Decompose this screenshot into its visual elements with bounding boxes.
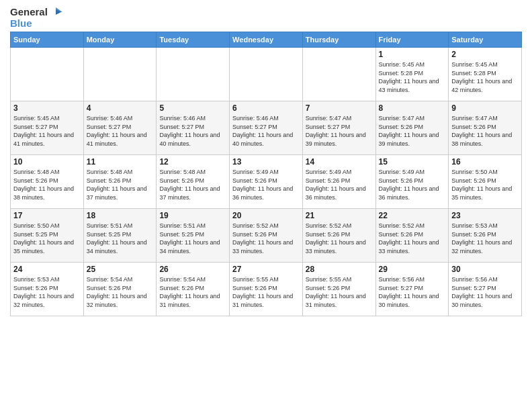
logo-bird-icon	[49, 7, 62, 17]
day-number: 26	[159, 265, 226, 274]
day-number: 16	[451, 157, 519, 167]
calendar-cell: 1Sunrise: 5:45 AM Sunset: 5:28 PM Daylig…	[375, 48, 449, 101]
day-number: 25	[87, 265, 154, 274]
day-info: Sunrise: 5:55 AM Sunset: 5:26 PM Dayligh…	[232, 275, 300, 309]
calendar-cell: 10Sunrise: 5:48 AM Sunset: 5:26 PM Dayli…	[11, 155, 84, 209]
day-info: Sunrise: 5:46 AM Sunset: 5:27 PM Dayligh…	[232, 114, 300, 148]
day-info: Sunrise: 5:46 AM Sunset: 5:27 PM Dayligh…	[87, 114, 154, 148]
day-number: 22	[379, 211, 446, 220]
calendar-cell: 3Sunrise: 5:45 AM Sunset: 5:27 PM Daylig…	[11, 101, 84, 155]
calendar-cell: 30Sunrise: 5:56 AM Sunset: 5:27 PM Dayli…	[449, 263, 522, 316]
day-header-friday: Friday	[375, 32, 449, 48]
calendar-cell: 4Sunrise: 5:46 AM Sunset: 5:27 PM Daylig…	[83, 101, 157, 155]
calendar-cell: 18Sunrise: 5:51 AM Sunset: 5:25 PM Dayli…	[83, 209, 157, 263]
day-info: Sunrise: 5:48 AM Sunset: 5:26 PM Dayligh…	[87, 168, 154, 201]
day-number: 8	[379, 103, 446, 113]
day-number: 20	[232, 211, 300, 220]
day-number: 9	[451, 103, 519, 113]
day-info: Sunrise: 5:51 AM Sunset: 5:25 PM Dayligh…	[87, 222, 154, 255]
calendar-cell: 19Sunrise: 5:51 AM Sunset: 5:25 PM Dayli…	[157, 209, 230, 263]
calendar-cell: 16Sunrise: 5:50 AM Sunset: 5:26 PM Dayli…	[449, 155, 522, 209]
calendar-week-row: 17Sunrise: 5:50 AM Sunset: 5:25 PM Dayli…	[11, 209, 522, 263]
day-number: 13	[232, 157, 300, 167]
day-info: Sunrise: 5:45 AM Sunset: 5:28 PM Dayligh…	[379, 60, 446, 94]
day-number: 24	[13, 265, 81, 274]
calendar-cell	[157, 48, 230, 101]
calendar-cell: 13Sunrise: 5:49 AM Sunset: 5:26 PM Dayli…	[230, 155, 303, 209]
day-info: Sunrise: 5:47 AM Sunset: 5:26 PM Dayligh…	[379, 114, 446, 148]
calendar-cell: 5Sunrise: 5:46 AM Sunset: 5:27 PM Daylig…	[157, 101, 230, 155]
day-number: 21	[306, 211, 373, 220]
calendar-body: 1Sunrise: 5:45 AM Sunset: 5:28 PM Daylig…	[11, 48, 522, 316]
day-info: Sunrise: 5:47 AM Sunset: 5:26 PM Dayligh…	[451, 114, 519, 148]
day-header-monday: Monday	[83, 32, 157, 48]
day-header-thursday: Thursday	[302, 32, 375, 48]
day-info: Sunrise: 5:49 AM Sunset: 5:26 PM Dayligh…	[379, 168, 446, 201]
day-info: Sunrise: 5:54 AM Sunset: 5:26 PM Dayligh…	[159, 275, 226, 309]
day-header-saturday: Saturday	[449, 32, 522, 48]
calendar-week-row: 24Sunrise: 5:53 AM Sunset: 5:26 PM Dayli…	[11, 263, 522, 316]
calendar-week-row: 10Sunrise: 5:48 AM Sunset: 5:26 PM Dayli…	[11, 155, 522, 209]
day-info: Sunrise: 5:53 AM Sunset: 5:26 PM Dayligh…	[13, 275, 81, 309]
day-number: 19	[159, 211, 226, 220]
day-number: 2	[451, 50, 519, 59]
calendar-cell: 23Sunrise: 5:53 AM Sunset: 5:26 PM Dayli…	[449, 209, 522, 263]
calendar-table: SundayMondayTuesdayWednesdayThursdayFrid…	[10, 32, 522, 316]
day-number: 4	[87, 103, 154, 113]
calendar-cell: 24Sunrise: 5:53 AM Sunset: 5:26 PM Dayli…	[11, 263, 84, 316]
day-number: 29	[379, 265, 446, 274]
calendar-week-row: 1Sunrise: 5:45 AM Sunset: 5:28 PM Daylig…	[11, 48, 522, 101]
calendar-cell: 25Sunrise: 5:54 AM Sunset: 5:26 PM Dayli…	[83, 263, 157, 316]
day-number: 10	[13, 157, 81, 167]
day-header-tuesday: Tuesday	[157, 32, 230, 48]
calendar-cell: 29Sunrise: 5:56 AM Sunset: 5:27 PM Dayli…	[375, 263, 449, 316]
day-number: 1	[379, 50, 446, 59]
day-info: Sunrise: 5:45 AM Sunset: 5:28 PM Dayligh…	[451, 60, 519, 94]
day-header-sunday: Sunday	[11, 32, 84, 48]
calendar-cell: 6Sunrise: 5:46 AM Sunset: 5:27 PM Daylig…	[230, 101, 303, 155]
calendar-cell: 26Sunrise: 5:54 AM Sunset: 5:26 PM Dayli…	[157, 263, 230, 316]
day-info: Sunrise: 5:56 AM Sunset: 5:27 PM Dayligh…	[379, 275, 446, 309]
calendar-cell	[302, 48, 375, 101]
calendar-cell: 9Sunrise: 5:47 AM Sunset: 5:26 PM Daylig…	[449, 101, 522, 155]
day-info: Sunrise: 5:50 AM Sunset: 5:26 PM Dayligh…	[451, 168, 519, 201]
day-number: 12	[159, 157, 226, 167]
day-number: 17	[13, 211, 81, 220]
calendar-week-row: 3Sunrise: 5:45 AM Sunset: 5:27 PM Daylig…	[11, 101, 522, 155]
calendar-cell: 17Sunrise: 5:50 AM Sunset: 5:25 PM Dayli…	[11, 209, 84, 263]
calendar-header-row: SundayMondayTuesdayWednesdayThursdayFrid…	[11, 32, 522, 48]
day-info: Sunrise: 5:50 AM Sunset: 5:25 PM Dayligh…	[13, 222, 81, 255]
calendar-cell: 28Sunrise: 5:55 AM Sunset: 5:26 PM Dayli…	[302, 263, 375, 316]
day-info: Sunrise: 5:53 AM Sunset: 5:26 PM Dayligh…	[451, 222, 519, 255]
day-number: 15	[379, 157, 446, 167]
day-header-wednesday: Wednesday	[230, 32, 303, 48]
calendar-cell	[230, 48, 303, 101]
calendar-cell: 15Sunrise: 5:49 AM Sunset: 5:26 PM Dayli…	[375, 155, 449, 209]
day-info: Sunrise: 5:55 AM Sunset: 5:26 PM Dayligh…	[306, 275, 373, 309]
calendar-cell: 7Sunrise: 5:47 AM Sunset: 5:27 PM Daylig…	[302, 101, 375, 155]
calendar-cell: 20Sunrise: 5:52 AM Sunset: 5:26 PM Dayli…	[230, 209, 303, 263]
day-info: Sunrise: 5:51 AM Sunset: 5:25 PM Dayligh…	[159, 222, 226, 255]
day-info: Sunrise: 5:52 AM Sunset: 5:26 PM Dayligh…	[379, 222, 446, 255]
day-number: 23	[451, 211, 519, 220]
day-number: 11	[87, 157, 154, 167]
day-info: Sunrise: 5:48 AM Sunset: 5:26 PM Dayligh…	[13, 168, 81, 201]
calendar-cell: 14Sunrise: 5:49 AM Sunset: 5:26 PM Dayli…	[302, 155, 375, 209]
day-number: 28	[306, 265, 373, 274]
day-number: 6	[232, 103, 300, 113]
day-info: Sunrise: 5:49 AM Sunset: 5:26 PM Dayligh…	[232, 168, 300, 201]
logo: General Blue	[10, 7, 62, 29]
day-info: Sunrise: 5:52 AM Sunset: 5:26 PM Dayligh…	[306, 222, 373, 255]
day-info: Sunrise: 5:52 AM Sunset: 5:26 PM Dayligh…	[232, 222, 300, 255]
day-info: Sunrise: 5:48 AM Sunset: 5:26 PM Dayligh…	[159, 168, 226, 201]
day-info: Sunrise: 5:46 AM Sunset: 5:27 PM Dayligh…	[159, 114, 226, 148]
calendar-cell: 21Sunrise: 5:52 AM Sunset: 5:26 PM Dayli…	[302, 209, 375, 263]
calendar-cell: 2Sunrise: 5:45 AM Sunset: 5:28 PM Daylig…	[449, 48, 522, 101]
day-number: 27	[232, 265, 300, 274]
day-info: Sunrise: 5:47 AM Sunset: 5:27 PM Dayligh…	[306, 114, 373, 148]
calendar-cell: 22Sunrise: 5:52 AM Sunset: 5:26 PM Dayli…	[375, 209, 449, 263]
day-number: 18	[87, 211, 154, 220]
calendar-cell: 11Sunrise: 5:48 AM Sunset: 5:26 PM Dayli…	[83, 155, 157, 209]
day-number: 30	[451, 265, 519, 274]
page-header: General Blue	[10, 7, 522, 29]
